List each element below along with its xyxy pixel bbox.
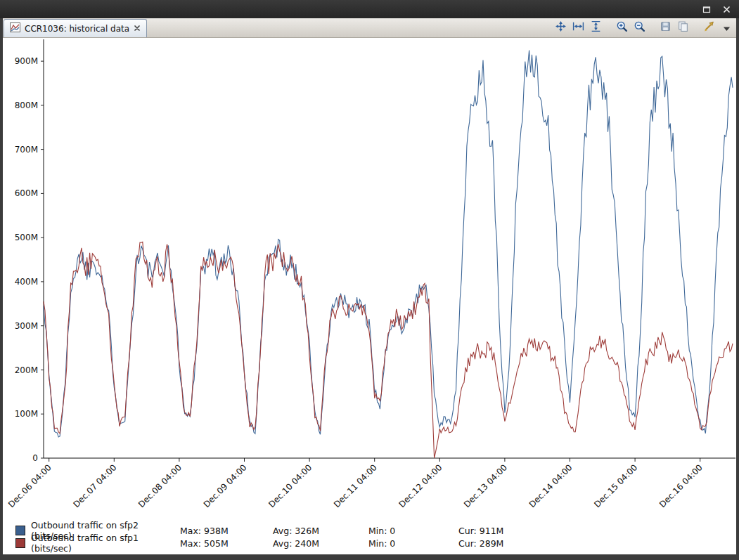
tab-ccr1036-historical-data[interactable]: CCR1036: historical data — [4, 19, 147, 37]
svg-text:800M: 800M — [15, 100, 38, 110]
save-button[interactable] — [657, 20, 673, 36]
save-icon — [660, 20, 671, 35]
chart-toolbar — [553, 18, 736, 37]
toolbar-separator — [649, 18, 655, 37]
legend-cur-value: Cur: 911M — [458, 526, 503, 536]
zoom-in-button[interactable] — [614, 20, 629, 36]
legend-min-value: Min: 0 — [368, 538, 458, 549]
legend-max-value: Max: 938M — [180, 526, 273, 536]
legend-max-value: Max: 505M — [180, 538, 273, 549]
tab-title: CCR1036: historical data — [25, 24, 129, 34]
app-window: CCR1036: historical data — [0, 0, 739, 560]
traffic-chart[interactable]: 0100M200M300M400M500M600M700M800M900MDec… — [3, 38, 736, 524]
fit-width-button[interactable] — [570, 20, 586, 36]
toolbar-separator — [693, 18, 699, 37]
svg-text:500M: 500M — [15, 233, 38, 242]
fit-chart-button[interactable] — [553, 20, 568, 36]
sfp1-color-swatch — [15, 538, 25, 548]
legend-series-label: Outbound traffic on sfp1 (bits/sec) — [31, 533, 180, 554]
legend-avg-value: Avg: 240M — [273, 538, 368, 549]
chart-tab-icon — [10, 22, 20, 34]
svg-text:700M: 700M — [15, 145, 38, 155]
fit-height-button[interactable] — [588, 20, 603, 36]
restore-window-button[interactable] — [700, 3, 714, 15]
fit-width-icon — [572, 20, 584, 35]
legend-cur-value: Cur: 289M — [458, 538, 503, 549]
chart-panel: 0100M200M300M400M500M600M700M800M900MDec… — [3, 38, 736, 554]
tab-bar: CCR1036: historical data — [3, 18, 736, 38]
close-window-button[interactable] — [719, 3, 733, 15]
export-icon — [703, 20, 715, 35]
toolbar-separator — [605, 18, 612, 37]
window-titlebar[interactable] — [0, 0, 739, 18]
copy-button[interactable] — [675, 20, 690, 36]
fit-height-icon — [590, 20, 602, 35]
chart-legend: Outbound traffic on sfp2 (bits/sec) Max:… — [3, 524, 736, 549]
legend-avg-value: Avg: 326M — [273, 526, 368, 536]
svg-text:200M: 200M — [15, 365, 38, 375]
svg-text:600M: 600M — [15, 188, 38, 198]
svg-text:900M: 900M — [15, 56, 38, 66]
close-icon — [723, 3, 731, 16]
zoom-in-icon — [616, 20, 628, 35]
svg-text:300M: 300M — [15, 321, 38, 331]
zoom-out-button[interactable] — [631, 20, 647, 36]
svg-text:400M: 400M — [15, 277, 38, 287]
svg-text:0: 0 — [32, 453, 38, 463]
legend-min-value: Min: 0 — [368, 526, 458, 536]
fit-chart-icon — [555, 20, 567, 35]
view-menu-icon — [723, 21, 731, 34]
legend-row-sfp1: Outbound traffic on sfp1 (bits/sec) Max:… — [15, 537, 736, 549]
copy-icon — [677, 20, 689, 35]
tab-close-icon[interactable] — [134, 24, 141, 34]
sfp2-color-swatch — [15, 526, 25, 535]
export-button[interactable] — [701, 20, 716, 36]
view-menu-button[interactable] — [719, 20, 734, 36]
zoom-out-icon — [634, 20, 645, 35]
restore-icon — [702, 3, 711, 16]
svg-text:100M: 100M — [15, 409, 38, 419]
